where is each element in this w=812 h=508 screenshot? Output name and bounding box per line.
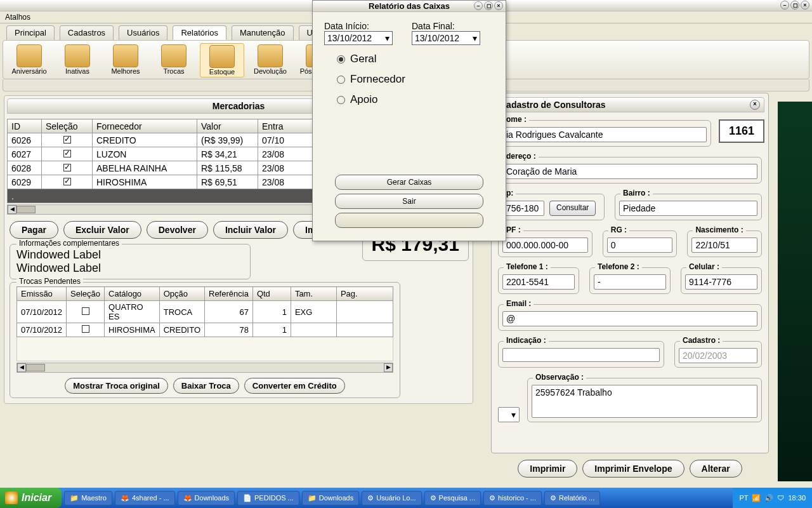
dialog-title: Relatório das Caixas [369, 1, 450, 11]
tray-icon[interactable]: 📶 [752, 494, 761, 502]
checkbox-icon[interactable] [63, 136, 71, 144]
maximize-icon[interactable]: ◻ [790, 1, 799, 10]
maximize-icon[interactable]: ◻ [484, 1, 493, 10]
info-legend: Informações complementares [16, 239, 122, 248]
task-item[interactable]: 🦊 4shared - ... [115, 491, 175, 505]
ribbon-aniversario[interactable]: Aniversário [7, 43, 51, 77]
windows-logo-icon [5, 491, 18, 504]
scroll-thumb[interactable] [16, 206, 36, 213]
cpf-field[interactable]: 000.000.000-00 [502, 237, 588, 253]
ribbon-estoque[interactable]: Estoque [200, 43, 244, 77]
pending-table[interactable]: Emissão Seleção Catálogo Opção Referênci… [16, 286, 393, 337]
minimize-icon[interactable]: – [780, 1, 789, 10]
close-icon[interactable]: × [750, 100, 760, 110]
tab-cadastros[interactable]: Cadastros [60, 25, 114, 40]
task-item[interactable]: 📄 PEDIDOS ... [237, 491, 299, 505]
system-tray[interactable]: PT 📶 🔊 🛡 18:30 [733, 488, 812, 508]
task-item[interactable]: ⚙ historico - ... [483, 491, 542, 505]
checkbox-icon[interactable] [82, 307, 89, 315]
radio-icon[interactable] [337, 96, 345, 104]
telefone1-field[interactable]: 2201-5541 [502, 274, 575, 290]
pending-fieldset: Trocas Pendentes Emissão Seleção Catálog… [10, 282, 400, 398]
email-field[interactable]: @ [502, 311, 757, 326]
indicacao-field[interactable] [502, 348, 660, 362]
return-icon [258, 44, 283, 67]
col-valor[interactable]: Valor [197, 119, 258, 133]
calendar-icon [16, 44, 42, 67]
task-item[interactable]: 📁 Maestro [64, 491, 112, 505]
tab-principal[interactable]: Principal [6, 25, 55, 40]
observacao-field[interactable]: 25957624 Trabalho [532, 385, 757, 418]
small-dropdown[interactable]: ▾ [498, 407, 520, 422]
task-item[interactable]: 📁 Downloads [302, 491, 359, 505]
cep-field[interactable]: 756-180 [502, 201, 544, 216]
tab-relatorios[interactable]: Relatórios [173, 25, 226, 40]
scroll-left-icon[interactable]: ◀ [17, 363, 26, 372]
task-item[interactable]: ⚙ Usuário Lo... [362, 491, 421, 505]
checkbox-icon[interactable] [63, 178, 71, 185]
converter-credito-button[interactable]: Converter em Crédito [244, 378, 345, 394]
data-inicio-label: Data Início: [324, 21, 369, 31]
devolver-button[interactable]: Devolver [147, 221, 208, 239]
clock[interactable]: 18:30 [788, 494, 806, 502]
nascimento-field[interactable]: 22/10/51 [691, 237, 757, 253]
checkbox-icon[interactable] [63, 150, 71, 157]
rg-field[interactable]: 0 [607, 237, 673, 253]
table-row: 07/10/2012QUATRO ESTROCA671EXG [17, 301, 393, 323]
data-inicio-dropdown[interactable]: 13/10/2012▾ [324, 31, 393, 45]
baixar-troca-button[interactable]: Baixar Troca [173, 378, 239, 394]
telefone2-field[interactable]: - [594, 274, 666, 290]
mostrar-troca-button[interactable]: Mostrar Troca original [65, 378, 168, 394]
ribbon-inativas[interactable]: Inativas [55, 43, 100, 77]
ribbon-trocas[interactable]: Trocas [152, 43, 196, 77]
gerar-caixas-button[interactable]: Gerar Caixas [335, 175, 483, 190]
radio-icon[interactable] [337, 76, 345, 84]
task-item[interactable]: 🦊 Downloads [178, 491, 235, 505]
ribbon-devolucao[interactable]: Devolução [248, 43, 292, 77]
chevron-down-icon: ▾ [473, 33, 477, 43]
tab-manutencao[interactable]: Manutenção [232, 25, 294, 40]
col-selecao[interactable]: Seleção [42, 119, 93, 133]
pending-scrollbar[interactable]: ◀▶ [16, 363, 393, 373]
radio-apoio[interactable]: Apoio [337, 93, 494, 106]
endereco-field[interactable]: Coração de Maria [502, 164, 757, 179]
checkbox-icon[interactable] [63, 164, 71, 171]
minimize-icon[interactable]: – [474, 1, 483, 10]
radio-fornecedor[interactable]: Fornecedor [337, 73, 494, 86]
sair-button[interactable]: Sair [335, 194, 483, 209]
cadastro-panel: Cadastro de Consultoras × ome : ia Rodri… [491, 93, 769, 453]
start-button[interactable]: Iniciar [0, 488, 62, 508]
radio-icon[interactable] [337, 55, 345, 64]
checkbox-icon[interactable] [82, 325, 89, 333]
task-item[interactable]: ⚙ Relatório ... [544, 491, 600, 505]
data-final-dropdown[interactable]: 13/10/2012▾ [412, 31, 480, 45]
pagar-button[interactable]: Pagar [10, 221, 58, 239]
scroll-left-icon[interactable]: ◀ [8, 205, 16, 214]
scroll-right-icon[interactable]: ▶ [384, 363, 393, 372]
info-label-2: Windowed Label [16, 262, 244, 275]
close-icon[interactable]: × [801, 1, 809, 10]
lang-indicator[interactable]: PT [739, 494, 748, 502]
celular-field[interactable]: 9114-7776 [685, 274, 757, 290]
scroll-thumb[interactable] [26, 364, 45, 371]
tray-icon[interactable]: 🔊 [764, 494, 773, 502]
radio-geral[interactable]: Geral [337, 53, 494, 65]
ribbon-melhores[interactable]: Melhores [103, 43, 148, 77]
nome-field[interactable]: ia Rodrigues Cavalcante [502, 127, 707, 142]
alterar-button[interactable]: Alterar [690, 460, 742, 478]
excluir-valor-button[interactable]: Excluir Valor [63, 221, 141, 239]
incluir-valor-button[interactable]: Incluir Valor [213, 221, 288, 239]
blank-button[interactable] [335, 213, 483, 228]
imprimir-cadastro-button[interactable]: Imprimir [518, 460, 577, 478]
col-fornecedor[interactable]: Fornecedor [93, 119, 197, 133]
tab-usuarios[interactable]: Usuários [119, 25, 167, 40]
col-id[interactable]: ID [8, 119, 42, 133]
bairro-field[interactable]: Piedade [619, 201, 757, 216]
task-item[interactable]: ⚙ Pesquisa ... [424, 491, 481, 505]
tray-icon[interactable]: 🛡 [777, 494, 784, 502]
info-label-1: Windowed Label [16, 248, 244, 262]
consultar-button[interactable]: Consultar [549, 201, 596, 216]
imprimir-envelope-button[interactable]: Imprimir Envelope [582, 460, 684, 478]
close-icon[interactable]: × [494, 1, 503, 10]
data-final-label: Data Final: [412, 21, 455, 31]
